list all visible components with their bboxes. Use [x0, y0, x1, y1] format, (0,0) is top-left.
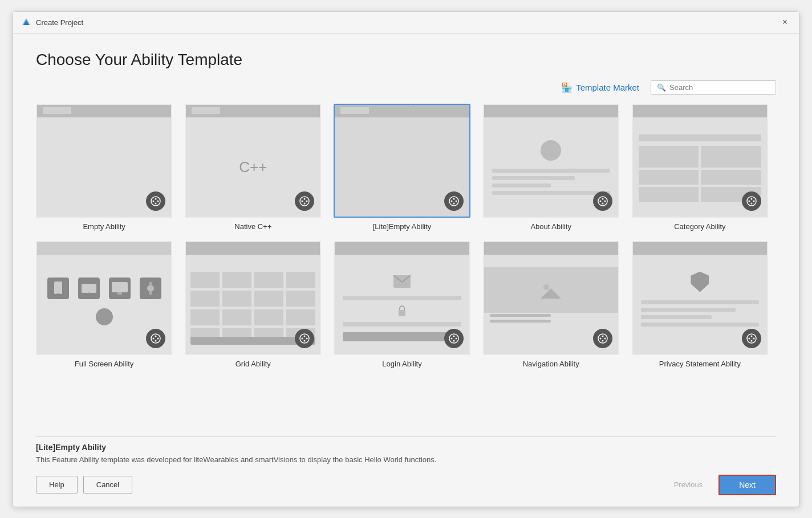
svg-point-65: [750, 335, 752, 337]
svg-point-24: [747, 197, 756, 206]
template-card-login[interactable]: Login Ability: [334, 241, 470, 368]
previous-button[interactable]: Previous: [665, 476, 712, 493]
svg-point-42: [155, 340, 157, 341]
priv-lines: [641, 300, 759, 330]
title-bar-left: Create Project: [21, 17, 83, 27]
close-button[interactable]: ×: [779, 16, 791, 28]
template-card-grid[interactable]: Grid Ability: [185, 241, 321, 368]
mock-top-bar-fs: [37, 242, 171, 255]
card-label-about: About Ability: [530, 222, 571, 231]
cat-cell-2: [701, 146, 761, 168]
nav-line-2: [490, 307, 576, 311]
card-label-privacy: Privacy Statement Ability: [659, 360, 741, 368]
badge-privacy: [742, 329, 761, 348]
gc5: [190, 291, 220, 307]
mock-tab-lite: [340, 107, 369, 114]
template-card-cpp[interactable]: C++ Native C++: [185, 104, 321, 231]
fs-extra-device: [96, 308, 113, 325]
cat-grid: [639, 146, 761, 202]
card-preview-about: [483, 104, 619, 218]
svg-point-26: [750, 198, 752, 199]
nav-lines: [490, 300, 612, 325]
svg-point-53: [455, 337, 457, 339]
title-bar: Create Project ×: [13, 12, 799, 34]
gc6: [222, 291, 251, 307]
page-title: Choose Your Ability Template: [36, 51, 776, 69]
svg-point-2: [151, 197, 160, 206]
login-mock: [343, 275, 461, 341]
templates-grid: Empty Ability C++ Native C++: [36, 104, 776, 368]
gc10: [222, 309, 251, 325]
svg-point-50: [449, 334, 458, 343]
about-line-3: [492, 183, 551, 187]
svg-rect-35: [147, 285, 154, 292]
card-label-category: Category Ability: [674, 222, 725, 231]
svg-point-5: [157, 200, 159, 202]
selected-template-description: This Feature Ability template was develo…: [36, 454, 776, 466]
card-preview-lite: [334, 104, 470, 218]
footer-actions: Help Cancel Previous Next: [36, 475, 776, 495]
template-market-button[interactable]: 🏪 Template Market: [561, 82, 639, 93]
toolbar: 🏪 Template Market 🔍: [36, 80, 776, 95]
gc4: [286, 272, 315, 288]
svg-point-6: [155, 202, 157, 204]
help-button[interactable]: Help: [36, 476, 78, 493]
main-window: Create Project × Choose Your Ability Tem…: [13, 11, 799, 507]
svg-point-44: [302, 337, 303, 339]
svg-point-61: [604, 337, 606, 339]
login-email-area: [343, 275, 461, 290]
template-card-lite[interactable]: [Lite]Empty Ability: [334, 104, 470, 231]
search-icon: 🔍: [657, 83, 666, 92]
svg-point-38: [151, 334, 160, 343]
gc12: [286, 309, 315, 325]
svg-point-11: [304, 202, 306, 204]
window-title: Create Project: [36, 18, 83, 27]
svg-rect-31: [82, 284, 96, 293]
about-line-1: [492, 169, 610, 173]
nav-line-3: [490, 314, 551, 317]
badge-about: [593, 191, 612, 211]
search-input[interactable]: [669, 83, 770, 92]
card-label-lite: [Lite]Empty Ability: [373, 222, 432, 231]
template-card-category[interactable]: Category Ability: [632, 104, 768, 231]
mock-top-bar-about: [484, 105, 618, 117]
fs-phone: [47, 278, 69, 299]
svg-point-19: [598, 197, 607, 206]
svg-point-66: [753, 337, 754, 339]
template-card-fullscreen[interactable]: Full Screen Ability: [36, 241, 172, 368]
badge-category: [742, 191, 761, 211]
svg-rect-37: [149, 292, 152, 295]
nav-line-1: [490, 300, 612, 304]
svg-point-4: [155, 198, 157, 199]
cat-row-2: [639, 170, 761, 185]
cpp-text: C++: [239, 158, 267, 176]
card-label-cpp: Native C++: [234, 222, 271, 231]
fs-tablet: [78, 278, 100, 299]
card-preview-fullscreen: [36, 241, 172, 355]
template-card-about[interactable]: About Ability: [483, 104, 619, 231]
svg-point-28: [750, 202, 752, 204]
nav-line-4: [490, 320, 551, 323]
next-button[interactable]: Next: [718, 475, 776, 495]
login-btn-mock: [343, 332, 461, 341]
svg-rect-32: [88, 292, 90, 293]
gc1: [190, 272, 220, 288]
template-card-empty[interactable]: Empty Ability: [36, 104, 172, 231]
mock-top-bar-grid: [186, 242, 320, 255]
card-preview-login: [334, 241, 470, 355]
svg-rect-36: [149, 282, 152, 285]
badge-navigation: [593, 329, 612, 348]
card-preview-privacy: [632, 241, 768, 355]
grid-area: Empty Ability C++ Native C++: [36, 104, 776, 428]
cancel-button[interactable]: Cancel: [83, 476, 132, 493]
store-icon: 🏪: [561, 82, 573, 93]
template-card-privacy[interactable]: Privacy Statement Ability: [632, 241, 768, 368]
nav-landscape-icon: [541, 282, 561, 299]
about-line-4: [492, 191, 610, 195]
fs-device-icons: [37, 272, 171, 305]
about-avatar: [541, 140, 561, 161]
svg-point-14: [453, 198, 454, 199]
template-card-navigation[interactable]: Navigation Ability: [483, 241, 619, 368]
selected-info: [Lite]Empty Ability This Feature Ability…: [36, 443, 776, 466]
priv-line-3: [641, 315, 712, 319]
